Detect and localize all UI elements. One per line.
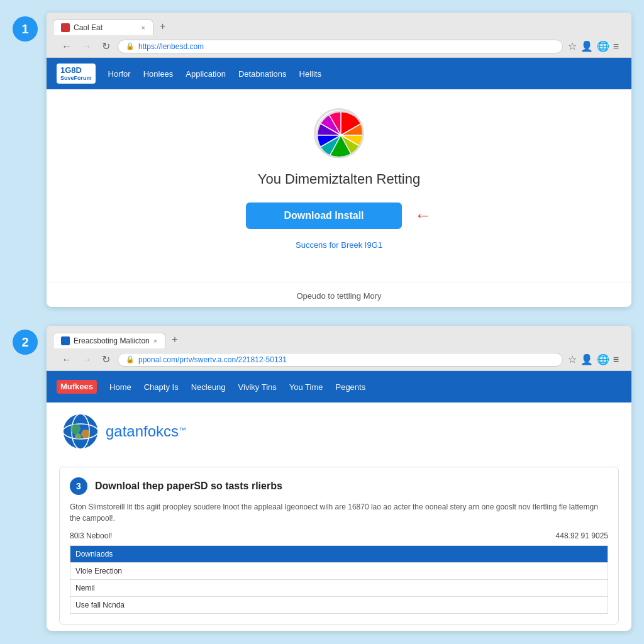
- step1-container: 1 Caol Eat × + ← → ↻ 🔒 https://lenbesd.c…: [13, 13, 631, 307]
- step2-globe-icon[interactable]: 🌐: [597, 353, 609, 365]
- step1-profile-icon[interactable]: 👤: [580, 40, 593, 52]
- step1-nav-link-detabnations[interactable]: Detabnations: [238, 69, 287, 79]
- step2-forward-button[interactable]: →: [79, 353, 94, 367]
- table-cell: Vlole Erection: [70, 563, 608, 580]
- step1-tab-favicon: [61, 23, 70, 32]
- step1-badge: 1: [13, 16, 38, 42]
- step1-lock-icon: 🔒: [126, 42, 135, 50]
- step2-badge: 2: [13, 330, 38, 355]
- step1-site-logo: 1G8D SuveForum: [57, 64, 96, 84]
- step1-arrow-indicator: ←: [414, 206, 432, 226]
- step1-tab-label: Caol Eat: [74, 23, 103, 32]
- step2-toolbar-right: ☆ 👤 🌐 ≡: [568, 353, 619, 365]
- step1-color-wheel: [314, 108, 364, 158]
- step1-browser-window: Caol Eat × + ← → ↻ 🔒 https://lenbesd.com…: [47, 13, 631, 307]
- step2-nav-link-youtime[interactable]: You Time: [289, 382, 323, 392]
- step1-menu-icon[interactable]: ≡: [613, 41, 619, 52]
- step1-globe-icon[interactable]: 🌐: [597, 40, 609, 52]
- step1-forward-button[interactable]: →: [79, 40, 94, 53]
- svg-point-16: [70, 424, 80, 434]
- step2-reload-button[interactable]: ↻: [99, 352, 113, 367]
- step2-tab-favicon: [61, 336, 70, 345]
- step1-url-field[interactable]: 🔒 https://lenbesd.com: [118, 40, 563, 53]
- step1-back-button[interactable]: ←: [59, 40, 74, 53]
- step2-url-text: pponal.com/prtv/swertv.a.con/221812-5013…: [138, 355, 287, 364]
- step2-brand-name: gatanfokcs™: [106, 423, 186, 440]
- step1-site-navbar: 1G8D SuveForum Horfor Honlees Applicatio…: [47, 58, 631, 89]
- step1-footer-text: Opeudo to tettling Mory: [47, 282, 631, 307]
- step2-tab-close[interactable]: ×: [153, 337, 157, 345]
- step1-tab-close[interactable]: ×: [142, 24, 145, 31]
- step3-description: Gton Slimstoreill lit tbs agiit proopley…: [70, 501, 608, 524]
- step3-table: Downlaods Vlole Erection Nemil Use fall …: [70, 545, 608, 614]
- step3-info-row: 80l3 Nebool! 448.92 91 9025: [70, 531, 608, 540]
- step2-container: 2 Ereacsboting Maliicton × + ← → ↻ 🔒 ppo…: [13, 326, 631, 631]
- step3-title: Downloal thep paperSD so tasts rlierbs: [95, 480, 282, 492]
- step1-nav-links: Horfor Honlees Application Detabnations …: [108, 69, 321, 79]
- step2-url-field[interactable]: 🔒 pponal.com/prtv/swertv.a.con/221812-50…: [118, 353, 563, 367]
- svg-point-17: [81, 430, 90, 438]
- step2-profile-icon[interactable]: 👤: [580, 353, 593, 365]
- step1-star-icon[interactable]: ☆: [568, 40, 577, 52]
- table-row: Nemil: [70, 580, 608, 597]
- step2-nav-link-chapty[interactable]: Chapty Is: [144, 382, 179, 392]
- step1-new-tab-button[interactable]: +: [153, 18, 172, 35]
- table-cell: Downlaods: [70, 546, 608, 563]
- table-row: Vlole Erection: [70, 563, 608, 580]
- step1-success-link[interactable]: Succens for Breek I9G1: [296, 240, 382, 250]
- step3-box: 3 Downloal thep paperSD so tasts rlierbs…: [59, 467, 619, 625]
- step1-download-row: Download Install ←: [59, 203, 619, 229]
- table-row: Use fall Ncnda: [70, 597, 608, 614]
- step2-back-button[interactable]: ←: [59, 353, 74, 367]
- step1-url-text: https://lenbesd.com: [138, 42, 204, 51]
- step1-page-content: You Dimemiztalten Retting Download Insta…: [47, 89, 631, 269]
- step3-info-label: 80l3 Nebool!: [70, 531, 112, 540]
- step2-nav-link-home[interactable]: Home: [109, 382, 131, 392]
- step3-badge: 3: [70, 477, 87, 495]
- step2-tabs-bar: Ereacsboting Maliicton × +: [53, 331, 625, 348]
- table-cell: Use fall Ncnda: [70, 597, 608, 614]
- step2-brand-globe: [62, 413, 99, 450]
- step2-site-logo: Mufkees: [57, 380, 97, 394]
- step2-menu-icon[interactable]: ≡: [613, 354, 619, 365]
- table-cell: Nemil: [70, 580, 608, 597]
- step2-browser-chrome: Ereacsboting Maliicton × + ← → ↻ 🔒 ppona…: [47, 326, 631, 371]
- step1-nav-link-hellits[interactable]: Hellits: [299, 69, 321, 79]
- step2-nav-link-viviky[interactable]: Viviky Tins: [238, 382, 277, 392]
- step1-toolbar-right: ☆ 👤 🌐 ≡: [568, 40, 619, 52]
- step2-nav-link-necleung[interactable]: Necleung: [191, 382, 226, 392]
- step2-star-icon[interactable]: ☆: [568, 353, 577, 365]
- step2-lock-icon: 🔒: [126, 355, 135, 364]
- step1-tabs-bar: Caol Eat × +: [53, 18, 625, 35]
- step1-download-button[interactable]: Download Install: [246, 203, 401, 229]
- step1-nav-link-horfor[interactable]: Horfor: [108, 69, 131, 79]
- step1-nav-link-honlees[interactable]: Honlees: [143, 69, 174, 79]
- step1-browser-chrome: Caol Eat × + ← → ↻ 🔒 https://lenbesd.com…: [47, 13, 631, 58]
- step2-new-tab-button[interactable]: +: [165, 331, 184, 348]
- step1-reload-button[interactable]: ↻: [99, 39, 113, 53]
- table-row: Downlaods: [70, 546, 608, 563]
- step2-active-tab[interactable]: Ereacsboting Maliicton ×: [53, 333, 165, 348]
- step1-nav-link-application[interactable]: Application: [186, 69, 226, 79]
- step3-info-value: 448.92 91 9025: [556, 531, 608, 540]
- step2-site-navbar: Mufkees Home Chapty Is Necleung Viviky T…: [47, 371, 631, 402]
- step2-nav-link-pegents[interactable]: Pegents: [335, 382, 365, 392]
- step1-active-tab[interactable]: Caol Eat ×: [53, 19, 153, 35]
- svg-point-18: [75, 433, 81, 440]
- step2-browser-window: Ereacsboting Maliicton × + ← → ↻ 🔒 ppona…: [47, 326, 631, 631]
- step2-address-bar: ← → ↻ 🔒 pponal.com/prtv/swertv.a.con/221…: [53, 348, 625, 370]
- step1-address-bar: ← → ↻ 🔒 https://lenbesd.com ☆ 👤 🌐 ≡: [53, 35, 625, 57]
- step2-brand-area: gatanfokcs™: [47, 402, 631, 460]
- step2-tab-label: Ereacsboting Maliicton: [74, 336, 150, 345]
- step2-nav-links: Home Chapty Is Necleung Viviky Tins You …: [109, 382, 365, 392]
- step1-page-heading: You Dimemiztalten Retting: [59, 171, 619, 187]
- step3-title-row: 3 Downloal thep paperSD so tasts rlierbs: [70, 477, 608, 495]
